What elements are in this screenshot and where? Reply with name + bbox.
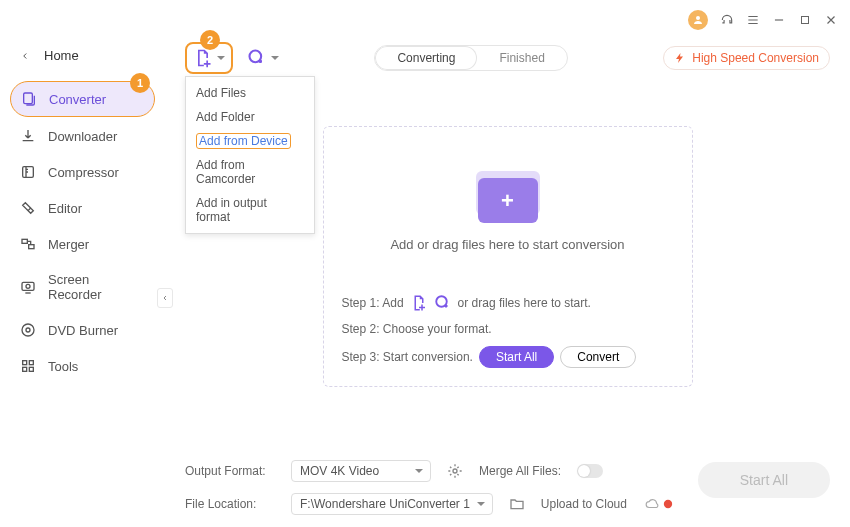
step-3: Step 3: Start conversion. Start All Conv… — [342, 346, 674, 368]
home-button[interactable]: Home — [10, 40, 155, 71]
svg-rect-2 — [24, 93, 33, 104]
close-icon[interactable] — [824, 13, 838, 27]
svg-rect-12 — [23, 367, 27, 371]
status-tabs: Converting Finished — [374, 45, 567, 71]
folder-icon[interactable] — [509, 496, 525, 512]
svg-point-16 — [453, 469, 457, 473]
bottom-bar: Output Format: MOV 4K Video Merge All Fi… — [185, 387, 830, 515]
menu-add-folder[interactable]: Add Folder — [186, 105, 314, 129]
drop-illustration: + Add or drag files here to start conver… — [342, 163, 674, 252]
upload-cloud-label: Upload to Cloud — [541, 497, 627, 511]
url-icon — [247, 48, 267, 68]
anno-badge-2: 2 — [200, 30, 220, 50]
sidebar-item-label: Merger — [48, 237, 89, 252]
svg-rect-13 — [29, 367, 33, 371]
sidebar-item-label: Screen Recorder — [48, 272, 145, 302]
svg-point-0 — [696, 16, 700, 20]
convert-button[interactable]: Convert — [560, 346, 636, 368]
svg-rect-5 — [29, 245, 34, 249]
sidebar: Home Converter Downloader Compressor Edi… — [0, 40, 165, 527]
output-format-label: Output Format: — [185, 464, 275, 478]
content-area: Add Files Add Folder Add from Device Add… — [165, 40, 850, 527]
chevron-down-icon — [217, 56, 225, 64]
sidebar-item-screen-recorder[interactable]: Screen Recorder — [10, 263, 155, 311]
sidebar-item-tools[interactable]: Tools — [10, 349, 155, 383]
high-speed-badge[interactable]: High Speed Conversion — [663, 46, 830, 70]
cloud-icon[interactable] — [643, 497, 673, 511]
svg-rect-10 — [23, 361, 27, 365]
svg-point-9 — [26, 328, 30, 332]
merge-toggle[interactable] — [577, 464, 603, 478]
start-all-main-button[interactable]: Start All — [698, 462, 830, 498]
step-2: Step 2: Choose your format. — [342, 322, 674, 336]
add-file-icon — [410, 294, 428, 312]
user-avatar[interactable] — [688, 10, 708, 30]
tab-converting[interactable]: Converting — [375, 46, 477, 70]
collapse-sidebar-button[interactable] — [157, 288, 173, 308]
maximize-icon[interactable] — [798, 13, 812, 27]
menu-add-from-device[interactable]: Add from Device — [186, 129, 314, 153]
folder-plus-icon: + — [468, 163, 548, 223]
svg-point-17 — [664, 500, 672, 508]
high-speed-label: High Speed Conversion — [692, 51, 819, 65]
gear-icon[interactable] — [447, 463, 463, 479]
titlebar — [0, 0, 850, 40]
sidebar-item-label: Downloader — [48, 129, 117, 144]
sidebar-item-downloader[interactable]: Downloader — [10, 119, 155, 153]
sidebar-item-label: Editor — [48, 201, 82, 216]
svg-point-8 — [22, 324, 34, 336]
sidebar-item-label: DVD Burner — [48, 323, 118, 338]
sidebar-item-editor[interactable]: Editor — [10, 191, 155, 225]
start-all-button[interactable]: Start All — [479, 346, 554, 368]
toolbar: Add Files Add Folder Add from Device Add… — [185, 40, 830, 76]
sidebar-item-label: Compressor — [48, 165, 119, 180]
merge-label: Merge All Files: — [479, 464, 561, 478]
sidebar-item-merger[interactable]: Merger — [10, 227, 155, 261]
svg-rect-11 — [29, 361, 33, 365]
file-location-select[interactable]: F:\Wondershare UniConverter 1 — [291, 493, 493, 515]
menu-add-output-format[interactable]: Add in output format — [186, 191, 314, 229]
svg-rect-4 — [22, 239, 27, 243]
svg-rect-6 — [22, 282, 34, 290]
svg-rect-1 — [802, 17, 809, 24]
step-1: Step 1: Add or drag files here to start. — [342, 294, 674, 312]
chevron-down-icon — [271, 56, 279, 64]
add-files-dropdown: Add Files Add Folder Add from Device Add… — [185, 76, 315, 234]
tab-finished[interactable]: Finished — [477, 46, 566, 70]
anno-badge-1: 1 — [130, 73, 150, 93]
menu-add-files[interactable]: Add Files — [186, 81, 314, 105]
lightning-icon — [674, 52, 686, 64]
file-location-label: File Location: — [185, 497, 275, 511]
sidebar-item-compressor[interactable]: Compressor — [10, 155, 155, 189]
home-label: Home — [44, 48, 79, 63]
sidebar-item-label: Tools — [48, 359, 78, 374]
sidebar-item-dvd-burner[interactable]: DVD Burner — [10, 313, 155, 347]
svg-point-7 — [26, 284, 30, 288]
menu-icon[interactable] — [746, 13, 760, 27]
output-format-select[interactable]: MOV 4K Video — [291, 460, 431, 482]
drop-area[interactable]: + Add or drag files here to start conver… — [323, 126, 693, 387]
url-icon — [434, 294, 452, 312]
drop-text: Add or drag files here to start conversi… — [390, 237, 624, 252]
add-file-icon — [193, 48, 213, 68]
steps: Step 1: Add or drag files here to start.… — [342, 294, 674, 368]
sidebar-item-label: Converter — [49, 92, 106, 107]
menu-add-from-camcorder[interactable]: Add from Camcorder — [186, 153, 314, 191]
add-url-button[interactable] — [247, 48, 279, 68]
headset-icon[interactable] — [720, 13, 734, 27]
minimize-icon[interactable] — [772, 13, 786, 27]
